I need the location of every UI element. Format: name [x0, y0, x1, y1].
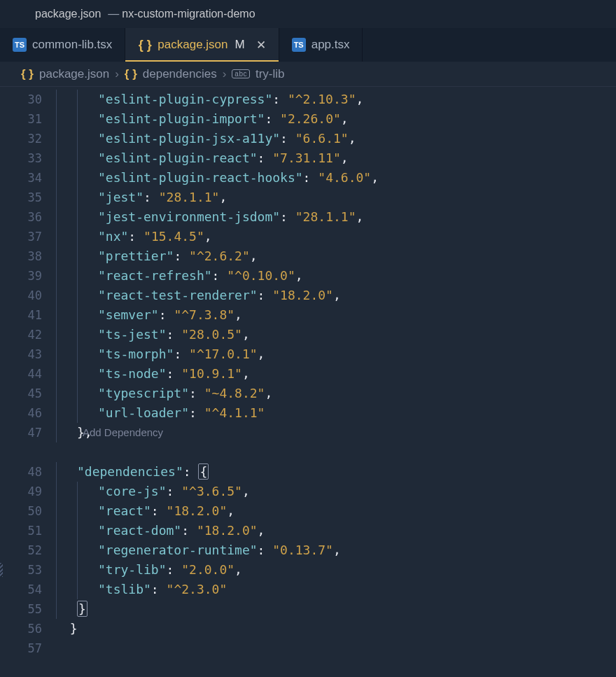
line-number: 49 [0, 482, 55, 501]
line-number: 39 [0, 266, 55, 286]
title-project: nx-custom-migration-demo [122, 8, 255, 20]
line-number: 38 [0, 246, 55, 266]
modified-indicator: M [235, 38, 245, 52]
line-number: 30 [0, 90, 55, 109]
code-line[interactable]: "ts-morph": "^17.0.1", [55, 344, 616, 364]
code-line[interactable]: "eslint-plugin-import": "2.26.0", [55, 109, 616, 129]
code-line[interactable]: "eslint-plugin-react-hooks": "4.6.0", [55, 168, 616, 188]
tab-label: app.tsx [312, 38, 350, 52]
code-line[interactable]: "react-refresh": "^0.10.0", [55, 266, 616, 286]
line-number: 51 [0, 521, 55, 540]
line-number-gutter: 3031323334353637383940414243444546474849… [0, 87, 55, 677]
tab-bar: TScommon-lib.tsx{ }package.jsonM✕TSapp.t… [0, 28, 616, 62]
editor[interactable]: 3031323334353637383940414243444546474849… [0, 87, 616, 677]
line-number: 50 [0, 501, 55, 521]
breadcrumb-item[interactable]: try-lib [255, 67, 285, 81]
line-number: 34 [0, 168, 55, 188]
close-icon[interactable]: ✕ [256, 38, 266, 53]
line-number: 46 [0, 403, 55, 423]
line-number: 48 [0, 462, 55, 482]
tab-label: package.json [158, 38, 227, 52]
code-line[interactable]: "regenerator-runtime": "0.13.7", [55, 540, 616, 560]
typescript-icon: TS [13, 38, 27, 52]
breadcrumb[interactable]: { }package.json›{ }dependencies›abctry-l… [0, 62, 616, 87]
json-icon: { } [21, 67, 34, 81]
code-line[interactable]: } [55, 619, 616, 638]
code-line[interactable]: "typescript": "~4.8.2", [55, 384, 616, 403]
string-icon: abc [232, 69, 250, 78]
line-number: 42 [0, 325, 55, 344]
line-number: 35 [0, 188, 55, 207]
line-number: 44 [0, 364, 55, 384]
code-line[interactable]: }, [55, 423, 616, 442]
code-area[interactable]: Add Dependency "eslint-plugin-cypress": … [55, 87, 616, 677]
code-line[interactable]: "jest": "28.1.1", [55, 188, 616, 207]
line-number: 40 [0, 286, 55, 305]
json-icon: { } [125, 67, 137, 81]
chevron-right-icon: › [223, 67, 227, 81]
code-line[interactable] [55, 638, 616, 658]
line-number: 53 [0, 560, 55, 580]
code-line[interactable]: "core-js": "^3.6.5", [55, 482, 616, 501]
line-number: 52 [0, 540, 55, 560]
code-line[interactable]: "ts-node": "10.9.1", [55, 364, 616, 384]
line-number: 55 [0, 599, 55, 619]
tab-package-json[interactable]: { }package.jsonM✕ [125, 28, 279, 62]
code-line[interactable]: "eslint-plugin-react": "7.31.11", [55, 148, 616, 168]
code-line[interactable] [55, 442, 616, 462]
modified-line-indicator [0, 563, 3, 577]
breadcrumb-item[interactable]: dependencies [143, 67, 217, 81]
line-number: 32 [0, 129, 55, 148]
chevron-right-icon: › [115, 67, 119, 81]
code-line[interactable]: "react-dom": "18.2.0", [55, 521, 616, 540]
line-number: 54 [0, 580, 55, 599]
code-line[interactable]: "url-loader": "^4.1.1" [55, 403, 616, 423]
code-line[interactable]: "dependencies": { [55, 462, 616, 482]
typescript-icon: TS [292, 38, 306, 52]
tab-common-lib-tsx[interactable]: TScommon-lib.tsx [0, 28, 125, 62]
line-number: 31 [0, 109, 55, 129]
title-bar: package.json — nx-custom-migration-demo [0, 0, 616, 28]
code-line[interactable]: "eslint-plugin-jsx-a11y": "6.6.1", [55, 129, 616, 148]
tab-app-tsx[interactable]: TSapp.tsx [279, 28, 363, 62]
breadcrumb-item[interactable]: package.json [39, 67, 109, 81]
code-line[interactable]: "tslib": "^2.3.0" [55, 580, 616, 599]
line-number: 33 [0, 148, 55, 168]
code-line[interactable]: "eslint-plugin-cypress": "^2.10.3", [55, 90, 616, 109]
line-number: 57 [0, 638, 55, 658]
json-icon: { } [138, 38, 152, 52]
code-line[interactable]: "ts-jest": "28.0.5", [55, 325, 616, 344]
line-number [0, 442, 55, 462]
code-line[interactable]: "react-test-renderer": "18.2.0", [55, 286, 616, 305]
code-line[interactable]: "semver": "^7.3.8", [55, 305, 616, 325]
line-number: 37 [0, 227, 55, 246]
line-number: 45 [0, 384, 55, 403]
line-number: 41 [0, 305, 55, 325]
code-line[interactable]: "try-lib": "2.0.0", [55, 560, 616, 580]
line-number: 36 [0, 207, 55, 227]
code-line[interactable]: "prettier": "^2.6.2", [55, 246, 616, 266]
line-number: 43 [0, 344, 55, 364]
line-number: 56 [0, 619, 55, 638]
title-separator: — [108, 8, 119, 20]
tab-label: common-lib.tsx [32, 38, 112, 52]
line-number: 47 [0, 423, 55, 442]
code-line[interactable]: "nx": "15.4.5", [55, 227, 616, 246]
code-line[interactable]: "react": "18.2.0", [55, 501, 616, 521]
code-line[interactable]: "jest-environment-jsdom": "28.1.1", [55, 207, 616, 227]
title-filename: package.json [35, 8, 101, 20]
code-line[interactable]: } [55, 599, 616, 619]
